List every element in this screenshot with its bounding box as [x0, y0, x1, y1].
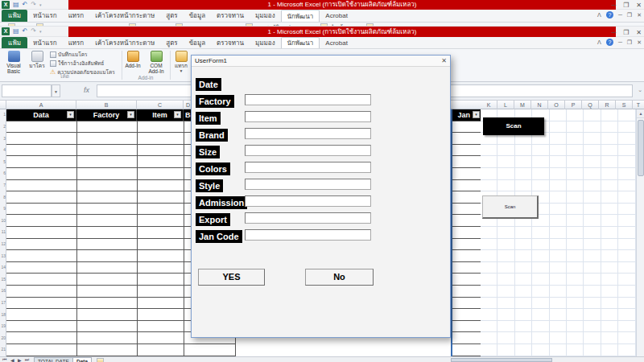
no-button[interactable]: No — [305, 269, 374, 286]
jancode-column-strip[interactable] — [452, 109, 481, 356]
tab-developer[interactable]: นักพัฒนา — [281, 37, 320, 48]
tab-view[interactable]: มุมมอง — [250, 10, 281, 22]
column-header-q[interactable]: Q — [582, 101, 599, 109]
tab-home[interactable]: หน้าแรก — [27, 10, 63, 22]
tab-acrobat[interactable]: Acrobat — [320, 10, 353, 22]
doc-close-button[interactable]: ✕ — [637, 12, 642, 19]
doc-close-button[interactable]: ✕ — [637, 39, 642, 46]
row-header[interactable]: 10 — [0, 218, 6, 223]
ribbon-collapse-icon[interactable]: ᐱ — [597, 39, 601, 46]
column-header-s[interactable]: S — [616, 101, 633, 109]
undo-icon[interactable]: ↶ — [23, 1, 28, 9]
tab-home[interactable]: หน้าแรก — [27, 37, 63, 48]
column-header-r[interactable]: R — [599, 101, 616, 109]
filter-dropdown-icon[interactable]: ▾ — [67, 111, 74, 118]
visual-basic-button[interactable]: Visual Basic — [2, 51, 25, 78]
factory-input[interactable] — [245, 94, 371, 105]
prev-sheet-icon[interactable]: ◀ — [10, 357, 14, 362]
name-box[interactable] — [2, 84, 52, 97]
tab-insert[interactable]: แทรก — [63, 37, 90, 48]
help-icon[interactable]: ? — [606, 11, 613, 19]
redo-icon[interactable]: ↷ — [31, 1, 36, 9]
column-header-c[interactable]: C — [137, 101, 184, 109]
row-header[interactable]: 3 — [0, 136, 6, 141]
row-header[interactable]: 4 — [0, 147, 6, 152]
sheet-tab-data[interactable]: Data — [72, 357, 92, 362]
vertical-scroll-thumb[interactable] — [638, 120, 644, 176]
row-header[interactable]: 11 — [0, 229, 6, 234]
row-header[interactable]: 9 — [0, 206, 6, 211]
colors-input[interactable] — [245, 162, 371, 173]
insert-controls-button[interactable]: แทรก ▼ — [171, 51, 191, 78]
row-header[interactable]: 21 — [0, 347, 6, 352]
row-header[interactable]: 2 — [0, 124, 6, 129]
tab-review[interactable]: ตรวจทาน — [211, 37, 250, 48]
doc-restore-button[interactable]: ❐ — [627, 12, 632, 19]
first-sheet-icon[interactable]: ⏮ — [2, 357, 6, 362]
export-input[interactable] — [245, 212, 371, 224]
row-header[interactable]: 14 — [0, 265, 6, 269]
undo-icon[interactable]: ↶ — [23, 27, 28, 35]
close-button[interactable]: ✕ — [636, 29, 642, 36]
tab-developer[interactable]: นักพัฒนา — [281, 10, 320, 22]
save-icon[interactable]: ▤ — [13, 1, 19, 9]
column-header-n[interactable]: N — [531, 101, 548, 109]
row-header[interactable]: 7 — [0, 183, 6, 187]
next-sheet-icon[interactable]: ▶ — [18, 357, 22, 362]
name-box-dropdown-icon[interactable]: ▼ — [52, 84, 60, 97]
last-sheet-icon[interactable]: ⏭ — [25, 357, 29, 362]
ribbon-collapse-icon[interactable]: ᐱ — [597, 12, 601, 19]
insert-worksheet-icon[interactable] — [97, 358, 104, 362]
tab-file[interactable]: แฟ้ม — [2, 37, 27, 48]
close-icon[interactable]: ✕ — [441, 57, 447, 65]
table-header-jancode[interactable]: Jan Code ▾ — [452, 109, 481, 121]
table-header-factory[interactable]: Factory ▾ — [76, 109, 137, 121]
row-header[interactable]: 17 — [0, 300, 6, 305]
jancode-input[interactable] — [245, 229, 371, 241]
yes-button[interactable]: YES — [198, 269, 265, 286]
minimize-button[interactable]: ─ — [611, 2, 616, 9]
row-header[interactable]: 20 — [0, 335, 6, 340]
row-header[interactable]: 5 — [0, 159, 6, 164]
row-header[interactable]: 8 — [0, 195, 6, 200]
row-header[interactable]: 6 — [0, 171, 6, 175]
minimize-button[interactable]: ─ — [611, 29, 616, 36]
column-header-o[interactable]: O — [548, 101, 565, 109]
help-icon[interactable]: ? — [606, 39, 613, 46]
filter-dropdown-icon[interactable]: ▾ — [473, 111, 480, 118]
row-headers[interactable]: 123456789101112131415161718192021 — [0, 109, 6, 356]
save-icon[interactable]: ▤ — [13, 27, 19, 35]
doc-restore-button[interactable]: ❐ — [627, 39, 632, 46]
relative-references-button[interactable]: ใช้การอ้างอิงสัมพัทธ์ — [50, 60, 115, 68]
tab-page-layout[interactable]: เค้าโครงหน้ากระดาษ — [89, 37, 160, 48]
qat-dropdown-icon[interactable]: ▾ — [39, 1, 42, 9]
select-all-corner[interactable] — [0, 101, 6, 109]
tab-formulas[interactable]: สูตร — [160, 10, 183, 22]
qat-dropdown-icon[interactable]: ▾ — [39, 27, 42, 35]
sheet-tab-total-date[interactable]: TOTAL DATE — [34, 357, 73, 362]
fx-icon[interactable]: fx — [84, 86, 89, 94]
column-header-p[interactable]: P — [565, 101, 582, 109]
tab-insert[interactable]: แทรก — [63, 10, 90, 22]
maximize-button[interactable]: ❐ — [623, 29, 629, 36]
scan-label-shape[interactable]: Scan — [483, 117, 544, 135]
tab-page-layout[interactable]: เค้าโครงหน้ากระดาษ — [89, 10, 160, 22]
tab-review[interactable]: ตรวจทาน — [211, 10, 250, 22]
tab-data[interactable]: ข้อมูล — [184, 10, 211, 22]
row-header[interactable]: 1 — [0, 112, 6, 117]
table-header-data[interactable]: Data ▾ — [6, 109, 76, 121]
style-input[interactable] — [245, 179, 371, 190]
maximize-button[interactable]: ❐ — [623, 2, 629, 9]
row-header[interactable]: 19 — [0, 323, 6, 328]
com-addins-button[interactable]: COM Add-In — [144, 51, 168, 78]
size-input[interactable] — [245, 145, 371, 156]
scan-button[interactable]: Scan — [482, 195, 539, 219]
scroll-up-icon[interactable]: ▲ — [637, 109, 644, 118]
row-header[interactable]: 12 — [0, 241, 6, 246]
table-header-item[interactable]: Item ▾ — [137, 109, 184, 121]
row-header[interactable]: 13 — [0, 253, 6, 258]
redo-icon[interactable]: ↷ — [31, 27, 36, 35]
filter-dropdown-icon[interactable]: ▾ — [174, 111, 181, 118]
userform-titlebar[interactable]: UserForm1 ✕ — [192, 56, 450, 67]
right-grid-area[interactable] — [481, 109, 636, 356]
